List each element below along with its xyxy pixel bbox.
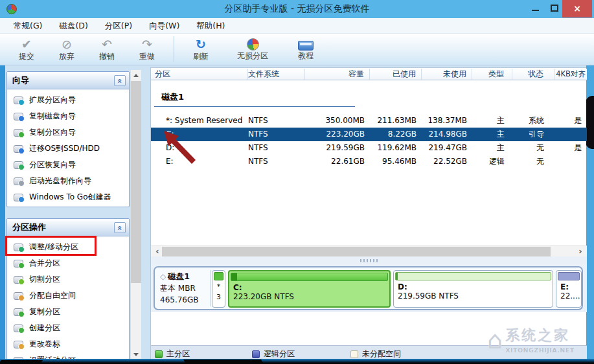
sidebar-item-copy-partition-wizard[interactable]: 复制分区向导 [7, 124, 129, 141]
copy-partition-icon [14, 308, 23, 316]
legend-unallocated: 未分配空间 [350, 348, 401, 359]
column-header-4k-aligned[interactable]: 4KB对齐 [554, 69, 587, 80]
sidebar-item-migrate-os[interactable]: 迁移OS到SSD/HDD [7, 141, 129, 157]
disk-group-label: 磁盘1 [161, 91, 184, 103]
partition-ops-collapse-button[interactable]: « [114, 222, 126, 233]
commit-button[interactable]: ✔ 提交 [8, 35, 45, 63]
block-system-reserved[interactable]: * 3 [212, 270, 225, 308]
table-row-c-selected[interactable]: C: NTFS 223.20GB 8.22GB 214.98GB 主 引导 [151, 128, 587, 141]
block-partition-e[interactable]: E: 22.... [556, 270, 582, 308]
lossless-partition-button[interactable]: 无损分区 [225, 35, 280, 63]
scroll-left-button[interactable]: ‹ [152, 246, 163, 257]
partition-ops-title: 分区操作 [12, 222, 46, 233]
watermark: ⌂ 系统之家 XITONGZHIJIA.NET [487, 319, 592, 361]
windows-to-go-icon [14, 194, 23, 201]
primary-partition-icon [155, 350, 163, 358]
main-panel: 分区 文件系统 容量 已使用 未使用 类型 状态 4KB对齐 磁盘1 *: Sy… [150, 67, 586, 360]
partition-table: *: System Reserved NTFS 350.00MB 211.63M… [151, 114, 587, 168]
sidebar-item-extend-partition-wizard[interactable]: 扩展分区向导 [7, 92, 129, 108]
extend-partition-wizard-icon [14, 97, 23, 104]
check-icon: ✔ [21, 37, 32, 51]
sidebar-item-split-partition[interactable]: 切割分区 [7, 271, 129, 288]
arrow-down-icon [133, 353, 139, 356]
wizard-collapse-button[interactable]: « [114, 75, 126, 86]
column-header-capacity[interactable]: 容量 [305, 69, 370, 80]
copy-disk-wizard-icon [14, 113, 23, 120]
table-row-d[interactable]: D: NTFS 219.59GB 119.62MB 219.47GB 主 无 是 [151, 141, 587, 155]
red-arrow [160, 128, 201, 168]
split-partition-icon [14, 276, 23, 284]
table-row-system-reserved[interactable]: *: System Reserved NTFS 350.00MB 211.63M… [151, 114, 587, 128]
column-header-status[interactable]: 状态 [512, 69, 554, 80]
usage-bar [231, 273, 388, 281]
column-header-used[interactable]: 已使用 [370, 69, 422, 80]
refresh-button[interactable]: ↻ 刷新 [179, 35, 222, 63]
merge-partition-icon [14, 260, 23, 267]
allocate-free-space-icon [14, 292, 23, 300]
maximize-button[interactable] [545, 0, 564, 17]
discard-button[interactable]: ⊘ 放弃 [48, 35, 86, 63]
minimize-button[interactable] [526, 0, 544, 17]
boot-number: 3 [212, 293, 225, 301]
sidebar-item-copy-partition[interactable]: 复制分区 [7, 304, 129, 320]
table-h-scrollbar[interactable]: ‹ › [151, 245, 587, 256]
column-header-unused[interactable]: 未使用 [422, 69, 472, 80]
column-header-partition[interactable]: 分区 [151, 69, 248, 80]
table-header: 分区 文件系统 容量 已使用 未使用 类型 状态 4KB对齐 [151, 69, 587, 80]
highlight-box [5, 236, 97, 256]
menu-item-wizard[interactable]: 向导(W) [141, 18, 188, 33]
menu-item-help[interactable]: 帮助(H) [188, 18, 233, 33]
undo-icon: ↶ [102, 37, 112, 51]
column-header-filesystem[interactable]: 文件系统 [248, 69, 305, 80]
unallocated-space-icon [350, 350, 358, 358]
splitter-handle[interactable] [151, 256, 587, 264]
sidebar-item-allocate-free-space[interactable]: 分配自由空间 [7, 288, 129, 304]
tutorial-button[interactable]: 教程 [283, 35, 328, 63]
scrollbar-thumb[interactable] [131, 81, 141, 283]
legend-logical: 逻辑分区 [252, 348, 295, 359]
disk-name: 磁盘1 [168, 271, 190, 281]
legend-primary: 主分区 [155, 348, 190, 359]
logical-partition-icon [252, 350, 260, 358]
close-button[interactable]: × [562, 0, 592, 17]
scroll-right-button[interactable]: › [575, 246, 586, 257]
partition-ops-header: 分区操作 « [7, 219, 129, 236]
disk-group-underline [154, 106, 355, 107]
sidebar-item-merge-partition[interactable]: 合并分区 [7, 255, 129, 271]
disk-map-box: ◇磁盘1 基本 MBR 465.76GB * 3 C: 223.20GB NTF… [154, 266, 583, 310]
h-scrollbar-thumb[interactable] [162, 247, 551, 256]
usage-bar [214, 272, 223, 280]
title-bar: 分区助手专业版 - 无损分区免费软件 × [0, 0, 594, 18]
boot-mark: * [212, 282, 225, 291]
block-partition-d[interactable]: D: 219.59GB NTFS [393, 270, 553, 308]
create-partition-icon [14, 324, 23, 332]
sidebar-item-change-label[interactable]: 更改卷标 [7, 336, 129, 352]
sidebar-item-boot-cd[interactable]: 启动光盘制作向导 [7, 173, 129, 189]
disk-info: ◇磁盘1 基本 MBR 465.76GB [157, 270, 211, 306]
partition-recovery-icon [14, 161, 23, 169]
sidebar-item-windows-to-go[interactable]: Windows To Go创建器 [7, 189, 129, 205]
menu-item-disk[interactable]: 磁盘(D) [51, 18, 96, 33]
minimize-icon [532, 10, 539, 11]
redo-button[interactable]: ↷ 重做 [128, 35, 166, 63]
usage-bar [395, 272, 551, 280]
chevron-up-icon: « [115, 225, 125, 231]
sidebar-scrollbar[interactable] [131, 70, 141, 360]
disk-map-panel: ◇磁盘1 基本 MBR 465.76GB * 3 C: 223.20GB NTF… [151, 264, 587, 312]
scroll-up-button[interactable] [131, 70, 141, 81]
table-row-e[interactable]: E: NTFS 22.61GB 95.46MB 22.52GB 逻辑 无 [151, 155, 587, 168]
sidebar-item-create-partition[interactable]: 创建分区 [7, 320, 129, 336]
usage-bar [558, 272, 580, 280]
block-partition-c[interactable]: C: 223.20GB NTFS [228, 270, 391, 308]
disk-scheme: 基本 MBR [160, 282, 210, 294]
menu-item-general[interactable]: 常规(G) [5, 18, 51, 33]
wizard-panel-title: 向导 [12, 74, 29, 86]
discard-icon: ⊘ [62, 37, 72, 51]
undo-button[interactable]: ↶ 撤销 [88, 35, 126, 63]
column-header-type[interactable]: 类型 [472, 69, 512, 80]
sidebar-item-copy-disk-wizard[interactable]: 复制磁盘向导 [7, 108, 129, 124]
menu-item-partition[interactable]: 分区(P) [97, 18, 141, 33]
redo-icon: ↷ [142, 37, 152, 51]
sidebar-item-partition-recovery[interactable]: 分区恢复向导 [7, 157, 129, 173]
wizard-panel-body: 扩展分区向导 复制磁盘向导 复制分区向导 迁移OS到SSD/HDD 分区恢复向导… [7, 89, 129, 205]
